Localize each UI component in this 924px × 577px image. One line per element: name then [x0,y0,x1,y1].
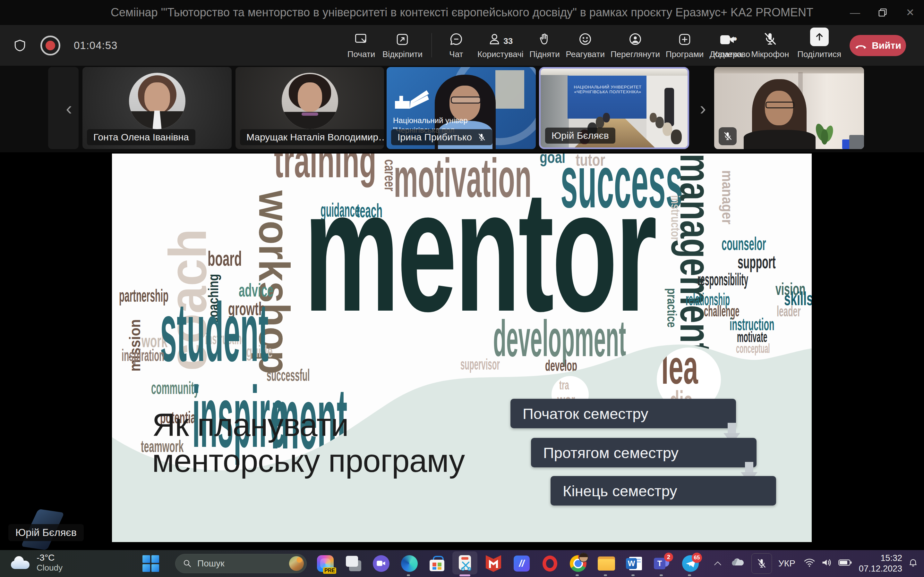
taskbar-explorer-button[interactable] [597,554,616,573]
react-button[interactable]: Реагувати [565,25,604,66]
glasses [766,102,795,108]
tray-language[interactable]: УКР [779,558,795,569]
flow-box-2: Протягом семестру [531,438,756,467]
window-titlebar: Семіінар '"Тьюторство та менторство в ун… [0,0,924,25]
search-input[interactable]: Пошук [175,554,307,573]
leave-button[interactable]: Вийти [850,35,906,56]
camera-icon [719,33,735,46]
unpin-icon [396,33,409,46]
gallery-prev-button[interactable]: ‹ [61,97,76,119]
close-button[interactable]: ✕ [897,0,924,25]
teams-icon: T 2 [654,555,670,572]
battery-icon[interactable] [838,558,852,569]
shared-screen-stage: commitmenttrainingcareermotivationgoaltu… [0,152,924,550]
video-tile[interactable]: Марущак Наталія Володимир… [236,67,384,149]
chat-button[interactable]: Чат [441,25,472,66]
recording-indicator [40,35,60,55]
view-icon [628,32,642,46]
video-chat-icon [373,555,389,572]
volume-icon[interactable] [821,558,833,570]
camera-button[interactable]: Камера [712,25,743,66]
chrome-icon [570,555,586,572]
people-right [637,110,685,149]
flow-box-1: Початок семестру [510,399,736,428]
meeting-timer: 01:04:53 [74,39,118,52]
view-button[interactable]: Переглянути [611,25,660,66]
taskbar-telegram-button[interactable]: 65 [681,554,700,573]
search-icon [183,559,192,568]
taskbar-chrome-button[interactable] [569,554,588,573]
taskbar-edge-button[interactable] [400,554,419,573]
apps-button[interactable]: Програми [666,25,704,66]
taskbar-mcafee-button[interactable] [484,554,503,573]
hangup-icon [855,42,867,49]
participant-name: Марущак Наталія Володимир… [240,129,384,145]
plant [814,123,837,149]
weather-desc: Cloudy [37,563,63,572]
avatar [282,73,338,129]
presenter-name-overlay: Юрій Бєляєв [8,524,84,541]
video-tile[interactable] [714,67,864,149]
notification-bell[interactable] [908,557,918,570]
tray-mic-muted[interactable] [751,553,772,574]
teams-notification-badge: 2 [664,553,673,562]
telegram-icon: 65 [682,555,699,572]
start-share-button[interactable]: Почати [346,25,376,66]
participants-button[interactable]: 33 Користувачі [477,25,523,66]
taskbar-word-button[interactable]: W [624,554,644,573]
microphone-button[interactable]: Мікрофон [751,25,789,66]
telegram-notification-badge: 65 [692,553,702,563]
window-title: Семіінар '"Тьюторство та менторство в ун… [0,0,924,25]
video-tile[interactable]: Національний універ "Чернігівська пол Ір… [387,67,536,149]
unpin-button[interactable]: Відкріпити [383,25,423,66]
apps-plus-icon [678,33,691,46]
taskbar-movavi-button[interactable]: // [512,554,531,573]
windows-logo-icon [142,555,159,572]
start-button[interactable] [141,554,160,573]
wall-text: НАЦІОНАЛЬНИЙ УНІВЕРСИТЕТ «ЧЕРНІГІВСЬКА П… [567,85,648,94]
copilot-icon: PRE [317,555,334,572]
taskbar-chat-button[interactable] [372,554,391,573]
taskbar-snipping-button[interactable] [456,554,475,573]
gallery-next-button[interactable]: › [696,97,710,119]
university-logo [395,86,430,112]
word-icon: W [626,556,642,572]
taskbar-taskview-button[interactable] [344,554,363,573]
taskbar-store-button[interactable] [427,554,447,573]
wifi-icon[interactable] [804,558,815,570]
mcafee-icon [486,555,501,572]
taskbar-copilot-button[interactable]: PRE [316,554,335,573]
restore-button[interactable] [869,0,897,25]
participant-name: Юрій Бєляєв [545,127,615,143]
taskbar-opera-button[interactable] [540,554,559,573]
toolbar-divider [431,33,432,57]
minimize-button[interactable]: — [841,0,869,25]
windows-taskbar: -3°C Cloudy Пошук PRE [0,550,924,577]
store-icon [430,556,444,571]
share-button[interactable]: Поділитися [797,25,841,66]
laptop [849,135,864,149]
tray-chevron-up[interactable] [714,558,722,569]
onedrive-icon[interactable] [730,558,744,570]
flow-box-3: Кінець семестру [551,476,776,506]
video-tile-active[interactable]: НАЦІОНАЛЬНИЙ УНІВЕРСИТЕТ «ЧЕРНІГІВСЬКА П… [539,67,689,149]
participant-count: 33 [503,36,513,46]
snipping-tool-icon [458,555,472,572]
video-gallery: ‹ Гонта Олена Іванівна Марущак Наталія В… [0,66,924,152]
taskbar-weather-widget[interactable]: -3°C Cloudy [10,553,63,572]
snip-active-indicator [459,574,470,576]
building-photo [495,70,524,109]
taskbar-teams-button[interactable]: T 2 [653,554,672,573]
raise-hand-button[interactable]: Підняти [529,25,560,66]
tray-clock[interactable]: 15:32 07.12.2023 [859,553,902,574]
search-daily-image [289,556,304,571]
mug [842,139,850,149]
tray-date: 07.12.2023 [859,564,902,574]
tray-time: 15:32 [859,553,902,564]
opera-icon [543,556,557,572]
video-tile[interactable]: Гонта Олена Іванівна [82,67,232,149]
meeting-toolbar: 01:04:53 Почати Відкріпити Чат [0,25,924,66]
folder-icon [598,556,615,571]
teams-meeting-window: Семіінар '"Тьюторство та менторство в ун… [0,0,924,577]
mic-muted-icon [763,31,777,46]
